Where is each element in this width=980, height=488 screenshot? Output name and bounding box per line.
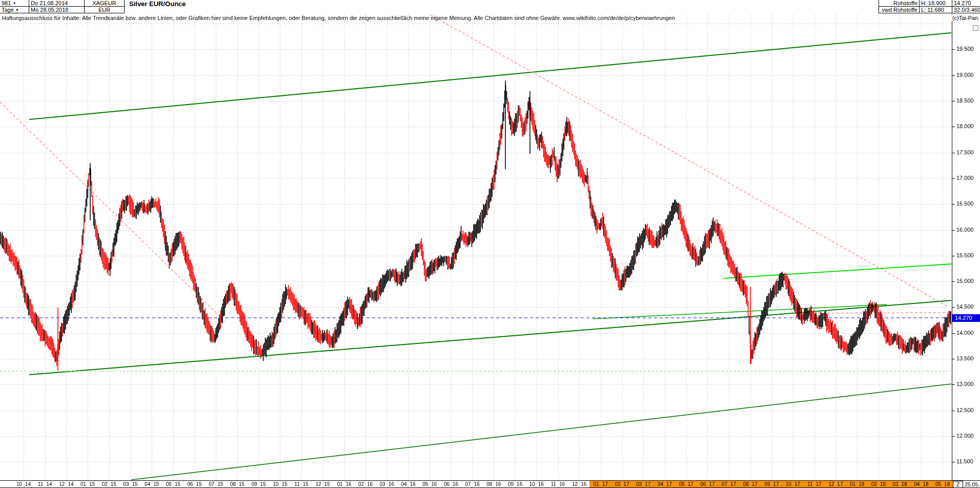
x-axis-label: 0617 — [700, 481, 714, 487]
symbol-field: XAGEUR — [85, 0, 125, 7]
x-axis-label: 0717 — [722, 481, 736, 487]
x-axis-label: 0517 — [679, 481, 693, 487]
y-axis-label: 14.000 — [955, 330, 975, 336]
x-axis-label: 0115 — [80, 481, 95, 487]
timeframe-dropdown[interactable]: Tage ▼ — [0, 7, 29, 13]
y-axis-label: 11.500 — [955, 458, 974, 464]
x-axis-label: 0117 — [594, 481, 608, 487]
feed-name2-label: vwd Rohstoffe — [879, 7, 920, 13]
y-axis-label: 13.500 — [955, 355, 975, 361]
x-axis-label: 0516 — [422, 481, 437, 487]
x-axis-label: 0815 — [230, 481, 244, 487]
x-axis-label: 0417 — [658, 481, 672, 487]
y-axis-label: 18.500 — [955, 97, 975, 104]
zoom-button[interactable]: Z — [953, 481, 963, 488]
taipan-chart-window: 981 ▼ Do 21.08.2014 XAGEUR Tage ▼ Mo 28.… — [0, 0, 980, 488]
y-axis-label: 15.500 — [955, 252, 975, 258]
x-axis-label: 0216 — [358, 481, 373, 487]
x-axis-label: 0515 — [166, 481, 180, 487]
x-axis-label: 0415 — [145, 481, 159, 487]
timeframe-value: Tage — [2, 7, 14, 13]
x-axis-label: 0915 — [252, 481, 266, 487]
x-axis-label: 0916 — [508, 481, 522, 487]
period-low-label: L: 11.680 — [920, 7, 952, 13]
chevron-down-icon: ▼ — [12, 2, 16, 5]
x-axis-label: 0218 — [871, 481, 886, 487]
x-axis-label: 0816 — [486, 481, 501, 487]
x-axis-label: 1016 — [529, 481, 544, 487]
axis-corner-date: 25.05.18 — [965, 481, 980, 487]
x-axis-label: 1117 — [807, 481, 822, 487]
date-from-field[interactable]: Do 21.08.2014 — [29, 0, 85, 7]
bars-count-dropdown[interactable]: 981 ▼ — [0, 0, 29, 7]
x-axis-label: 0116 — [337, 481, 351, 487]
price-chart-canvas[interactable] — [0, 0, 980, 488]
x-axis-label: 0317 — [636, 481, 650, 487]
y-axis-label: 14.500 — [955, 303, 975, 310]
x-axis-label: 0518 — [935, 481, 950, 487]
y-axis-label: 17.500 — [955, 149, 975, 155]
y-axis-label: 16.500 — [955, 200, 975, 207]
currency-field: EUR — [85, 7, 125, 13]
date-to-field[interactable]: Mo 28.05.2018 — [29, 7, 85, 13]
x-axis-label: 1017 — [786, 481, 800, 487]
feed-name-label: Rohstoffe — [879, 0, 920, 7]
x-axis-label: 0715 — [209, 481, 223, 487]
x-axis-label: 0318 — [893, 481, 907, 487]
y-axis-label: 16.000 — [955, 227, 975, 233]
x-axis-label: 0615 — [187, 481, 201, 487]
last-price-label: 14.270 — [952, 0, 980, 7]
instrument-title: Silver EUR/Ounce — [127, 0, 188, 8]
x-axis-label: 0416 — [401, 481, 415, 487]
x-axis-label: 0316 — [380, 481, 394, 487]
x-axis-label: 0716 — [465, 481, 480, 487]
x-axis-label: 0418 — [914, 481, 928, 487]
last-price-tag: 14.270 — [952, 314, 980, 322]
x-axis-label: 0917 — [764, 481, 779, 487]
disclaimer-text: Haftungsausschluss für Inhalte: Alle Tre… — [2, 15, 675, 21]
x-axis-label: 1215 — [316, 481, 330, 487]
x-axis-label: 0315 — [123, 481, 137, 487]
y-axis-label: 12.000 — [955, 433, 975, 439]
y-axis-label: 19.500 — [955, 46, 975, 52]
y-axis-label: 17.000 — [955, 175, 975, 181]
x-axis-label: 1216 — [572, 481, 586, 487]
collapse-icon[interactable] — [973, 25, 978, 31]
extra-info-label: 32.0/3.460 — [952, 7, 980, 13]
y-axis-label: 12.500 — [955, 407, 975, 413]
x-axis-label: 1015 — [273, 481, 287, 487]
x-axis-label: 1014 — [16, 481, 31, 487]
bars-count-value: 981 — [2, 0, 11, 6]
x-axis-label: 0215 — [102, 481, 116, 487]
chevron-down-icon: ▼ — [15, 8, 19, 12]
x-axis-label: 1116 — [551, 481, 565, 487]
x-axis-label: 0118 — [850, 481, 864, 487]
x-axis-label: 0217 — [615, 481, 629, 487]
y-axis-label: 13.000 — [955, 381, 975, 387]
copyright-label: (c)Tai-Pan — [951, 15, 978, 21]
period-high-label: H: 18.900 — [920, 0, 952, 7]
x-axis-label: 0817 — [743, 481, 758, 487]
x-axis-label: 1217 — [828, 481, 843, 487]
x-axis-label: 0616 — [444, 481, 458, 487]
y-axis-label: 19.000 — [955, 72, 975, 78]
y-axis-label: 15.000 — [955, 278, 975, 284]
x-axis-label: 1115 — [294, 481, 309, 487]
x-axis-label: 1214 — [59, 481, 73, 487]
y-axis-label: 18.000 — [955, 123, 975, 129]
x-axis-label: 1114 — [38, 481, 52, 487]
